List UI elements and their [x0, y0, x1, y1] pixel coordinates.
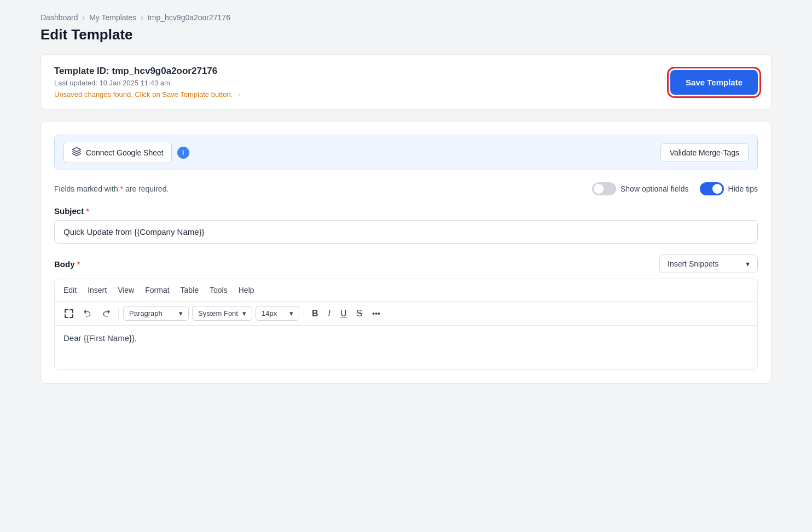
breadcrumb-sep-1: ›	[83, 13, 85, 22]
undo-button[interactable]	[80, 307, 95, 320]
menu-table[interactable]: Table	[181, 285, 199, 296]
breadcrumb-my-templates[interactable]: My Templates	[89, 13, 136, 22]
hide-tips-toggle[interactable]	[700, 182, 724, 195]
redo-button[interactable]	[98, 307, 114, 320]
breadcrumb-sep-2: ›	[141, 13, 143, 22]
size-chevron-icon: ▾	[289, 309, 293, 317]
connect-sheet-label: Connect Google Sheet	[86, 148, 164, 157]
underline-button[interactable]: U	[337, 307, 350, 321]
fields-notice-text: Fields marked with * are required.	[54, 184, 169, 193]
italic-button[interactable]: I	[325, 307, 334, 321]
size-select-label: 14px	[262, 309, 277, 317]
breadcrumb: Dashboard › My Templates › tmp_hcv9g0a2o…	[40, 13, 772, 22]
show-optional-toggle[interactable]	[592, 182, 616, 195]
bold-button[interactable]: B	[309, 307, 322, 321]
fields-notice-row: Fields marked with * are required. Show …	[54, 182, 758, 195]
paragraph-select-label: Paragraph	[129, 309, 163, 317]
hide-tips-label: Hide tips	[728, 184, 758, 193]
expand-button[interactable]	[61, 307, 77, 320]
menu-view[interactable]: View	[118, 285, 134, 296]
show-optional-label: Show optional fields	[620, 184, 689, 193]
toggles-row: Show optional fields Hide tips	[592, 182, 758, 195]
editor-menu-bar: Edit Insert View Format Table Tools Help	[55, 279, 757, 302]
editor-card: Connect Google Sheet i Validate Merge-Ta…	[40, 121, 772, 384]
required-star: *	[120, 184, 125, 193]
font-chevron-icon: ▾	[242, 309, 246, 317]
menu-insert[interactable]: Insert	[88, 285, 107, 296]
font-select-label: System Font	[198, 309, 238, 317]
menu-tools[interactable]: Tools	[210, 285, 228, 296]
save-template-button[interactable]: Save Template	[670, 70, 758, 95]
template-info-left: Template ID: tmp_hcv9g0a2oor27176 Last u…	[54, 66, 242, 99]
paragraph-chevron-icon: ▾	[179, 309, 183, 317]
connect-sheet-bar: Connect Google Sheet i Validate Merge-Ta…	[54, 135, 758, 170]
strikethrough-button[interactable]: S	[353, 307, 366, 321]
expand-icon	[65, 309, 73, 318]
redo-icon	[102, 309, 111, 318]
editor-toolbar-outer: Edit Insert View Format Table Tools Help	[54, 279, 758, 370]
google-sheet-icon	[72, 147, 82, 158]
show-optional-toggle-group: Show optional fields	[592, 182, 689, 195]
connect-google-sheet-button[interactable]: Connect Google Sheet	[63, 142, 172, 163]
subject-label: Subject *	[54, 206, 758, 216]
info-icon[interactable]: i	[177, 147, 189, 159]
menu-format[interactable]: Format	[145, 285, 169, 296]
editor-content-area[interactable]: Dear {{First Name}},	[55, 326, 757, 369]
editor-format-bar: Paragraph ▾ System Font ▾ 14px ▾ B I	[55, 302, 757, 326]
insert-snippets-dropdown[interactable]: Insert Snippets ▾	[659, 255, 758, 273]
body-label: Body *	[54, 259, 80, 269]
breadcrumb-dashboard[interactable]: Dashboard	[40, 13, 78, 22]
subject-required-star: *	[86, 206, 89, 216]
validate-merge-tags-button[interactable]: Validate Merge-Tags	[660, 143, 749, 162]
divider-1	[118, 308, 119, 319]
more-options-button[interactable]: •••	[369, 307, 384, 320]
unsaved-notice-text: Unsaved changes found. Click on Save Tem…	[54, 90, 242, 99]
unsaved-notice: Unsaved changes found. Click on Save Tem…	[54, 90, 242, 99]
template-info-card: Template ID: tmp_hcv9g0a2oor27176 Last u…	[40, 54, 772, 110]
page-title: Edit Template	[40, 26, 772, 43]
ellipsis-icon: •••	[372, 309, 380, 318]
font-select[interactable]: System Font ▾	[192, 306, 252, 321]
body-required-star: *	[77, 259, 80, 269]
template-id: Template ID: tmp_hcv9g0a2oor27176	[54, 66, 242, 77]
undo-icon	[83, 309, 92, 318]
divider-2	[304, 308, 304, 319]
size-select[interactable]: 14px ▾	[256, 306, 299, 321]
connect-sheet-left: Connect Google Sheet i	[63, 142, 189, 163]
chevron-down-icon: ▾	[746, 259, 750, 268]
subject-input[interactable]	[54, 220, 758, 244]
breadcrumb-current: tmp_hcv9g0a2oor27176	[148, 13, 230, 22]
body-header: Body * Insert Snippets ▾	[54, 255, 758, 273]
hide-tips-toggle-group: Hide tips	[700, 182, 758, 195]
menu-edit[interactable]: Edit	[63, 285, 77, 296]
paragraph-select[interactable]: Paragraph ▾	[123, 306, 189, 321]
menu-help[interactable]: Help	[239, 285, 254, 296]
insert-snippets-label: Insert Snippets	[668, 259, 718, 268]
last-updated: Last updated: 10 Jan 2025 11:43 am	[54, 79, 242, 87]
